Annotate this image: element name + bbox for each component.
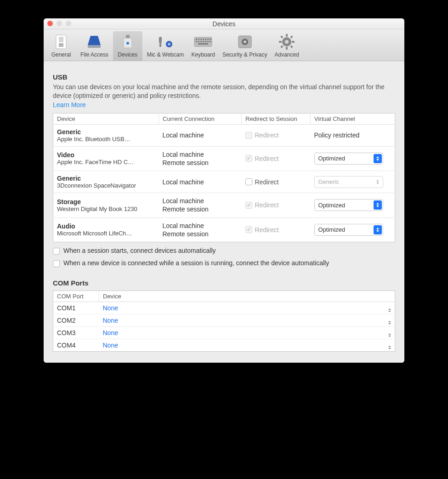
chevron-updown-icon: [384, 326, 395, 339]
channel-select[interactable]: Optimized: [314, 224, 383, 236]
redirect-cell: Redirect: [245, 201, 307, 209]
chevron-updown-icon: [374, 177, 382, 187]
learn-more-link[interactable]: Learn More: [53, 101, 395, 108]
chevron-updown-icon: [384, 314, 395, 326]
tab-general[interactable]: General: [46, 31, 76, 61]
tab-label: Devices: [118, 51, 137, 58]
com-port-name: COM3: [53, 326, 99, 339]
com-device-select[interactable]: None: [99, 339, 384, 351]
tab-advanced[interactable]: Advanced: [272, 31, 302, 61]
device-subtitle: Microsoft Microsoft LifeCh…: [57, 230, 155, 237]
redirect-checkbox: [245, 155, 252, 162]
usb-section-title: USB: [53, 73, 395, 81]
select-value: Optimized: [318, 202, 346, 209]
channel-select: Generic: [314, 176, 383, 188]
svg-rect-22: [203, 41, 204, 42]
com-device-select[interactable]: None: [99, 326, 384, 339]
table-row: GenericApple Inc. Bluetooth USB…Local ma…: [53, 124, 395, 146]
device-category: Audio: [57, 222, 155, 230]
redirect-cell: Redirect: [245, 155, 307, 162]
connection-cell: Local machine: [159, 124, 242, 146]
table-row: VideoApple Inc. FaceTime HD C…Local mach…: [53, 146, 395, 171]
com-section-title: COM Ports: [53, 279, 395, 287]
tab-label: General: [51, 51, 71, 58]
redirect-checkbox[interactable]: [245, 178, 252, 185]
chevron-updown-icon: [374, 200, 382, 210]
table-row[interactable]: COM2None: [53, 314, 395, 326]
toolbar: General File Access Devices Mic & Webcam: [44, 29, 404, 61]
redirect-cell: Redirect: [245, 226, 307, 234]
svg-rect-25: [210, 41, 211, 42]
svg-rect-20: [198, 41, 199, 42]
svg-rect-32: [286, 34, 288, 37]
redirect-checkbox: [245, 202, 252, 209]
com-device-select[interactable]: None: [99, 314, 384, 326]
tab-mic-webcam[interactable]: Mic & Webcam: [144, 31, 187, 61]
table-row[interactable]: COM3None: [53, 326, 395, 339]
svg-rect-4: [126, 35, 130, 38]
device-category: Video: [57, 151, 155, 159]
com-device-select[interactable]: None: [99, 302, 384, 314]
option-auto-session[interactable]: When a session starts, connect devices a…: [53, 247, 395, 255]
redirect-label: Redirect: [255, 178, 279, 186]
svg-rect-37: [290, 35, 293, 38]
usb-table-header: Device Current Connection Redirect to Se…: [53, 113, 395, 124]
connection-cell: Local machineRemote session: [159, 217, 242, 242]
svg-point-29: [244, 40, 246, 43]
chevron-updown-icon: [374, 154, 382, 163]
tab-file-access[interactable]: File Access: [78, 31, 111, 61]
select-value: Optimized: [318, 155, 346, 162]
connection-cell: Local machineRemote session: [159, 193, 242, 217]
content-pane: USB You can use devices on your local ma…: [44, 61, 404, 363]
checkbox-icon[interactable]: [53, 260, 60, 267]
titlebar: Devices: [44, 18, 404, 29]
checkbox-icon[interactable]: [53, 248, 60, 255]
svg-rect-33: [286, 47, 288, 50]
option-label: When a session starts, connect devices a…: [63, 247, 216, 254]
device-subtitle: Apple Inc. Bluetooth USB…: [57, 136, 155, 143]
redirect-label: Redirect: [255, 226, 279, 234]
svg-rect-15: [203, 39, 204, 40]
device-subtitle: 3Dconnexion SpaceNavigator: [57, 182, 155, 189]
table-row[interactable]: COM4None: [53, 339, 395, 351]
svg-point-6: [126, 42, 129, 45]
connection-cell: Local machine: [159, 171, 242, 193]
redirect-label: Redirect: [255, 155, 279, 162]
select-value: Generic: [318, 178, 340, 185]
svg-rect-38: [280, 45, 283, 48]
svg-rect-35: [292, 41, 295, 43]
window-title: Devices: [213, 20, 236, 28]
svg-rect-16: [205, 39, 206, 40]
tab-devices[interactable]: Devices: [113, 31, 142, 61]
preferences-window: Devices General File Access Devices: [44, 18, 404, 363]
col-com-device: Device: [99, 291, 395, 302]
table-row[interactable]: COM1None: [53, 302, 395, 314]
svg-rect-14: [200, 39, 202, 40]
minimize-icon[interactable]: [57, 21, 62, 26]
col-com-port: COM Port: [53, 291, 99, 302]
channel-select[interactable]: Optimized: [314, 199, 383, 211]
svg-rect-13: [198, 39, 199, 40]
close-icon[interactable]: [47, 21, 53, 26]
svg-rect-34: [279, 41, 282, 43]
safe-icon: [235, 33, 255, 51]
tab-label: File Access: [80, 51, 108, 58]
device-subtitle: Western Digital My Book 1230: [57, 205, 155, 212]
svg-rect-26: [198, 43, 208, 45]
tab-keyboard[interactable]: Keyboard: [188, 31, 218, 61]
col-device: Device: [53, 113, 159, 124]
redirect-cell: Redirect: [245, 131, 307, 139]
option-auto-new-device[interactable]: When a new device is connected while a s…: [53, 259, 395, 267]
channel-select[interactable]: Optimized: [314, 153, 383, 165]
com-port-name: COM4: [53, 339, 99, 351]
zoom-icon[interactable]: [66, 21, 71, 26]
chevron-updown-icon: [384, 339, 395, 351]
tab-label: Keyboard: [191, 51, 215, 58]
svg-rect-39: [290, 45, 293, 48]
device-category: Storage: [57, 198, 155, 205]
option-label: When a new device is connected while a s…: [63, 259, 329, 267]
usb-icon: [118, 33, 138, 51]
tab-security[interactable]: Security & Privacy: [220, 31, 270, 61]
redirect-checkbox: [245, 132, 252, 139]
chevron-updown-icon: [374, 225, 382, 234]
